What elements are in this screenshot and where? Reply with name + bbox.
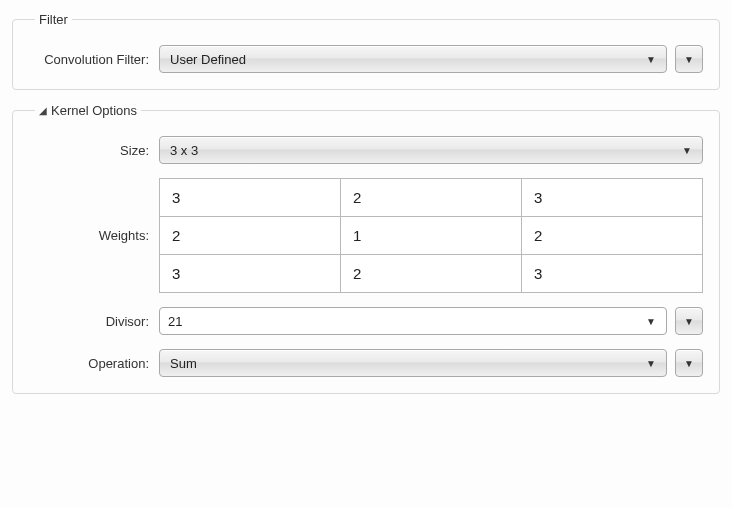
chevron-down-icon: ▼ [646,316,656,327]
operation-combo[interactable]: Sum ▼ [159,349,667,377]
weight-cell[interactable]: 2 [341,255,522,293]
size-combo[interactable]: 3 x 3 ▼ [159,136,703,164]
filter-legend: Filter [35,12,72,27]
convolution-filter-row: Convolution Filter: User Defined ▼ ▼ [29,45,703,73]
chevron-down-icon: ▼ [684,54,694,65]
convolution-filter-menu-button[interactable]: ▼ [675,45,703,73]
chevron-down-icon: ▼ [684,316,694,327]
operation-label: Operation: [29,356,159,371]
size-row: Size: 3 x 3 ▼ [29,136,703,164]
weights-label: Weights: [29,228,159,243]
chevron-down-icon: ▼ [646,54,656,65]
kernel-options-legend: Kernel Options [51,103,137,118]
weight-cell[interactable]: 3 [522,255,703,293]
table-row: 3 2 3 [160,255,703,293]
divisor-label: Divisor: [29,314,159,329]
divisor-combo[interactable]: 21 ▼ [159,307,667,335]
weight-cell[interactable]: 2 [341,179,522,217]
weight-cell[interactable]: 3 [160,179,341,217]
convolution-filter-label: Convolution Filter: [29,52,159,67]
chevron-down-icon: ▼ [684,358,694,369]
size-label: Size: [29,143,159,158]
weights-grid[interactable]: 3 2 3 2 1 2 3 2 3 [159,178,703,293]
operation-row: Operation: Sum ▼ ▼ [29,349,703,377]
divisor-row: Divisor: 21 ▼ ▼ [29,307,703,335]
divisor-menu-button[interactable]: ▼ [675,307,703,335]
filter-group: Filter Convolution Filter: User Defined … [12,12,720,90]
table-row: 2 1 2 [160,217,703,255]
chevron-down-icon: ▼ [682,145,692,156]
weight-cell[interactable]: 1 [341,217,522,255]
convolution-filter-value: User Defined [170,52,246,67]
kernel-options-group: ◢ Kernel Options Size: 3 x 3 ▼ Weights: … [12,102,720,394]
operation-value: Sum [170,356,197,371]
weight-cell[interactable]: 3 [522,179,703,217]
size-value: 3 x 3 [170,143,198,158]
chevron-down-icon: ▼ [646,358,656,369]
weight-cell[interactable]: 2 [160,217,341,255]
table-row: 3 2 3 [160,179,703,217]
kernel-options-collapse-toggle[interactable]: ◢ [39,105,47,116]
weight-cell[interactable]: 2 [522,217,703,255]
convolution-filter-combo[interactable]: User Defined ▼ [159,45,667,73]
weight-cell[interactable]: 3 [160,255,341,293]
weights-row: Weights: 3 2 3 2 1 2 3 2 3 [29,178,703,293]
operation-menu-button[interactable]: ▼ [675,349,703,377]
divisor-value: 21 [168,314,638,329]
